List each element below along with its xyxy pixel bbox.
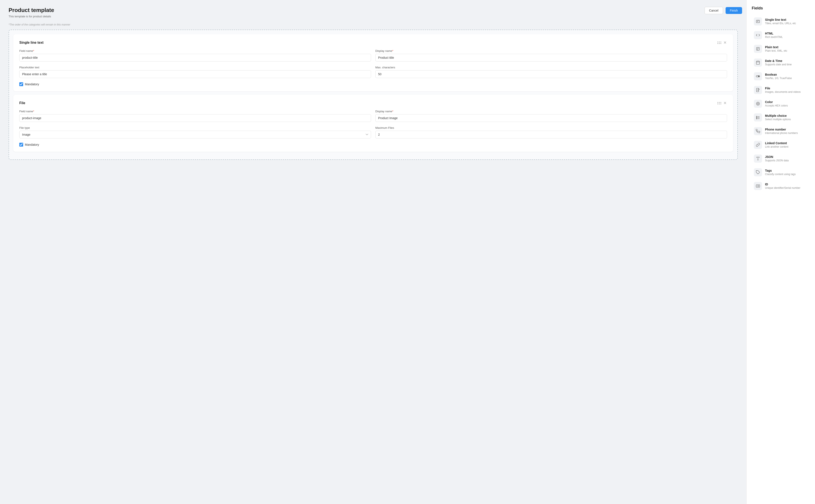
sidebar-field-type-phone-number[interactable]: Phone number International phone numbers <box>752 125 810 138</box>
svg-rect-0 <box>756 20 760 23</box>
sidebar-field-type-single-line-text[interactable]: Single line text Titles, email IDs, URLs… <box>752 15 810 28</box>
svg-rect-7 <box>756 61 760 64</box>
sidebar-field-type-multiple-choice[interactable]: Multiple choice Select multiple options <box>752 111 810 124</box>
sidebar-title: Fields <box>752 6 810 11</box>
mandatory-checkbox-file[interactable] <box>19 143 23 147</box>
file-type-group: File type Image Document Video <box>19 126 371 138</box>
field-type-name-tags: Tags <box>765 169 796 172</box>
field-type-desc-json: Supports JSON data <box>765 159 789 162</box>
close-field-button-file[interactable]: ✕ <box>723 101 727 105</box>
boolean-icon <box>754 72 762 80</box>
field-name-group: Field name* <box>19 49 371 61</box>
field-type-desc-id: Unique identifier/Serial number <box>765 186 800 189</box>
max-files-input[interactable] <box>375 131 727 138</box>
max-files-group: Maximum Files <box>375 126 727 138</box>
field-type-name-multiple-choice: Multiple choice <box>765 114 791 117</box>
form-row-file-name: Field name* Display name* <box>19 110 727 122</box>
page-title: Product template <box>9 7 738 13</box>
field-type-name-color: Color <box>765 100 788 104</box>
field-type-info-linked-content: Linked Content Link another content <box>765 141 788 148</box>
svg-rect-22 <box>756 118 757 119</box>
file-display-name-input[interactable] <box>375 114 727 122</box>
page-subtitle: This template is for product details <box>9 15 738 18</box>
field-type-name-plain-text: Plain text <box>765 45 787 49</box>
field-type-desc-date-time: Supports date and time <box>765 63 792 66</box>
field-type-info-id: ID Unique identifier/Serial number <box>765 183 800 189</box>
sidebar-field-type-tags[interactable]: Tags Classify content using tags <box>752 166 810 179</box>
drag-handle[interactable] <box>717 42 721 44</box>
svg-rect-13 <box>756 88 759 92</box>
field-type-info-phone-number: Phone number International phone numbers <box>765 128 798 135</box>
sidebar-field-type-file[interactable]: File Images, documents and videos <box>752 83 810 97</box>
tags-icon <box>754 168 762 176</box>
field-type-info-file: File Images, documents and videos <box>765 87 801 93</box>
sidebar-field-type-plain-text[interactable]: Plain text Plain text, XML, etc <box>752 42 810 55</box>
html-icon <box>754 31 762 39</box>
mandatory-label[interactable]: Mandatory <box>25 83 39 86</box>
max-files-label: Maximum Files <box>375 126 727 129</box>
order-note: *The order of the categories will remain… <box>9 23 738 26</box>
sidebar-field-type-html[interactable]: HTML Rich text/HTML <box>752 29 810 42</box>
drop-zone: Single line text ✕ Field name* <box>9 30 738 160</box>
display-name-input[interactable] <box>375 54 727 61</box>
file-type-select[interactable]: Image Document Video <box>19 131 371 138</box>
field-type-desc-plain-text: Plain text, XML, etc <box>765 49 787 52</box>
phone-icon <box>754 127 762 135</box>
field-name-input[interactable] <box>19 54 371 61</box>
sidebar-field-type-linked-content[interactable]: Linked Content Link another content <box>752 138 810 152</box>
field-type-desc-linked-content: Link another content <box>765 145 788 148</box>
field-card-header-file: File ✕ <box>19 101 727 105</box>
field-type-info-json: JSON Supports JSON data <box>765 155 789 162</box>
field-type-info-multiple-choice: Multiple choice Select multiple options <box>765 114 791 121</box>
mandatory-row: Mandatory <box>19 82 727 86</box>
drag-handle-file[interactable] <box>717 102 721 104</box>
field-type-info-tags: Tags Classify content using tags <box>765 169 796 176</box>
close-field-button[interactable]: ✕ <box>723 40 727 45</box>
text-icon <box>754 17 762 25</box>
field-type-info-html: HTML Rich text/HTML <box>765 32 783 39</box>
field-type-name-json: JSON <box>765 155 789 159</box>
sidebar-field-type-boolean[interactable]: Boolean Yes/No, 1/0, True/False <box>752 70 810 83</box>
file-type-label: File type <box>19 126 371 129</box>
placeholder-label: Placeholder text <box>19 66 371 69</box>
mandatory-row-file: Mandatory <box>19 143 727 147</box>
max-chars-input[interactable] <box>375 70 727 78</box>
form-row-file-type: File type Image Document Video Maximum F… <box>19 126 727 138</box>
sidebar-field-type-id[interactable]: ID Unique identifier/Serial number <box>752 179 810 193</box>
field-type-name-single-line-text: Single line text <box>765 18 796 21</box>
cancel-button[interactable]: Cancel <box>705 7 723 14</box>
file-field-name-input[interactable] <box>19 114 371 122</box>
file-icon <box>754 86 762 94</box>
field-type-info-date-time: Date & Time Supports date and time <box>765 59 792 66</box>
file-display-name-group: Display name* <box>375 110 727 122</box>
field-type-name-phone-number: Phone number <box>765 128 798 131</box>
field-type-name-html: HTML <box>765 32 783 35</box>
finish-button[interactable]: Finish <box>726 7 742 14</box>
svg-point-17 <box>757 103 759 105</box>
field-type-name-boolean: Boolean <box>765 73 792 76</box>
datetime-icon <box>754 59 762 67</box>
sidebar-field-type-json[interactable]: JSON Supports JSON data <box>752 152 810 165</box>
mandatory-checkbox[interactable] <box>19 82 23 86</box>
multiple-icon <box>754 113 762 121</box>
field-card-single-line-text: Single line text ✕ Field name* <box>13 34 733 91</box>
field-type-desc-phone-number: International phone numbers <box>765 132 798 135</box>
field-type-name-id: ID <box>765 183 800 186</box>
field-type-desc-html: Rich text/HTML <box>765 36 783 39</box>
form-row-placeholder: Placeholder text Max. characters <box>19 66 727 78</box>
placeholder-input[interactable] <box>19 70 371 78</box>
svg-point-12 <box>758 76 759 77</box>
field-type-info-single-line-text: Single line text Titles, email IDs, URLs… <box>765 18 796 25</box>
svg-rect-18 <box>756 116 757 117</box>
field-type-name-file: File <box>765 87 801 90</box>
svg-point-16 <box>756 102 760 105</box>
field-types-list: Single line text Titles, email IDs, URLs… <box>752 15 810 193</box>
mandatory-label-file[interactable]: Mandatory <box>25 143 39 146</box>
sidebar-field-type-color[interactable]: Color Accepts HEX colors <box>752 97 810 110</box>
field-type-desc-boolean: Yes/No, 1/0, True/False <box>765 77 792 80</box>
json-icon <box>754 155 762 163</box>
field-type-info-boolean: Boolean Yes/No, 1/0, True/False <box>765 73 792 80</box>
sidebar-field-type-date-time[interactable]: Date & Time Supports date and time <box>752 56 810 69</box>
field-type-desc-color: Accepts HEX colors <box>765 104 788 107</box>
field-type-desc-multiple-choice: Select multiple options <box>765 118 791 121</box>
